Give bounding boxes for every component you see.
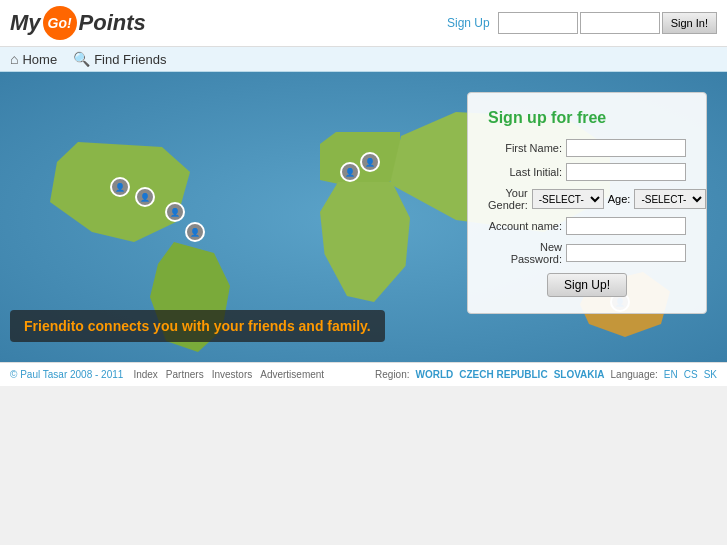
- map-pin-4: 👤: [185, 222, 205, 242]
- header: My Go! Points Sign Up Sign In!: [0, 0, 727, 47]
- signup-link[interactable]: Sign Up: [447, 16, 490, 30]
- first-name-input[interactable]: [566, 139, 686, 157]
- search-input-first[interactable]: [498, 12, 578, 34]
- tagline: Friendito connects you with your friends…: [10, 310, 385, 342]
- signup-button[interactable]: Sign Up!: [547, 273, 627, 297]
- map-pin-5: 👤: [340, 162, 360, 182]
- last-initial-row: Last Initial:: [488, 163, 686, 181]
- logo-points: Points: [79, 10, 146, 36]
- first-name-row: First Name:: [488, 139, 686, 157]
- password-label: New Password:: [488, 241, 562, 265]
- account-label: Account name:: [488, 220, 562, 232]
- search-icon: 🔍: [73, 51, 90, 67]
- nav-home[interactable]: ⌂ Home: [10, 51, 57, 67]
- signin-button[interactable]: Sign In!: [662, 12, 717, 34]
- nav-home-label: Home: [22, 52, 57, 67]
- footer-link-advertisement[interactable]: Advertisement: [260, 369, 324, 380]
- lang-cs[interactable]: CS: [684, 369, 698, 380]
- home-icon: ⌂: [10, 51, 18, 67]
- copyright: © Paul Tasar 2008 - 2011: [10, 369, 123, 380]
- gender-age-row: Your Gender: -SELECT- Male Female Age: -…: [488, 187, 686, 211]
- navbar: ⌂ Home 🔍 Find Friends: [0, 47, 727, 72]
- logo: My Go! Points: [10, 6, 146, 40]
- map-pin-3: 👤: [165, 202, 185, 222]
- footer-link-index[interactable]: Index: [133, 369, 157, 380]
- africa: [320, 182, 410, 302]
- signup-title: Sign up for free: [488, 109, 686, 127]
- gender-label: Your Gender:: [488, 187, 528, 211]
- footer-right: Region: WORLD CZECH REPUBLIC SLOVAKIA La…: [375, 369, 717, 380]
- region-world[interactable]: WORLD: [416, 369, 454, 380]
- map-pin-2: 👤: [135, 187, 155, 207]
- password-row: New Password:: [488, 241, 686, 265]
- first-name-label: First Name:: [488, 142, 562, 154]
- search-input-last[interactable]: [580, 12, 660, 34]
- footer-link-investors[interactable]: Investors: [212, 369, 253, 380]
- account-input[interactable]: [566, 217, 686, 235]
- search-box: Sign In!: [498, 12, 717, 34]
- map-pin-1: 👤: [110, 177, 130, 197]
- footer-link-partners[interactable]: Partners: [166, 369, 204, 380]
- language-label: Language:: [611, 369, 658, 380]
- password-input[interactable]: [566, 244, 686, 262]
- lang-sk[interactable]: SK: [704, 369, 717, 380]
- footer-left: © Paul Tasar 2008 - 2011 Index Partners …: [10, 369, 324, 380]
- age-label: Age:: [608, 193, 631, 205]
- age-select[interactable]: -SELECT-: [634, 189, 706, 209]
- account-row: Account name:: [488, 217, 686, 235]
- map-pin-6: 👤: [360, 152, 380, 172]
- gender-select[interactable]: -SELECT- Male Female: [532, 189, 604, 209]
- footer: © Paul Tasar 2008 - 2011 Index Partners …: [0, 362, 727, 386]
- region-czech[interactable]: CZECH REPUBLIC: [459, 369, 547, 380]
- signup-panel: Sign up for free First Name: Last Initia…: [467, 92, 707, 314]
- last-initial-input[interactable]: [566, 163, 686, 181]
- region-slovakia[interactable]: SLOVAKIA: [554, 369, 605, 380]
- header-right: Sign Up Sign In!: [447, 12, 717, 34]
- logo-go: Go!: [43, 6, 77, 40]
- region-label: Region:: [375, 369, 409, 380]
- nav-find-friends[interactable]: 🔍 Find Friends: [73, 51, 166, 67]
- logo-my: My: [10, 10, 41, 36]
- nav-find-friends-label: Find Friends: [94, 52, 166, 67]
- map-section: 👤 👤 👤 👤 👤 👤 👤 Sign up for free First Nam…: [0, 72, 727, 362]
- lang-en[interactable]: EN: [664, 369, 678, 380]
- last-initial-label: Last Initial:: [488, 166, 562, 178]
- footer-links: Index Partners Investors Advertisement: [133, 369, 324, 380]
